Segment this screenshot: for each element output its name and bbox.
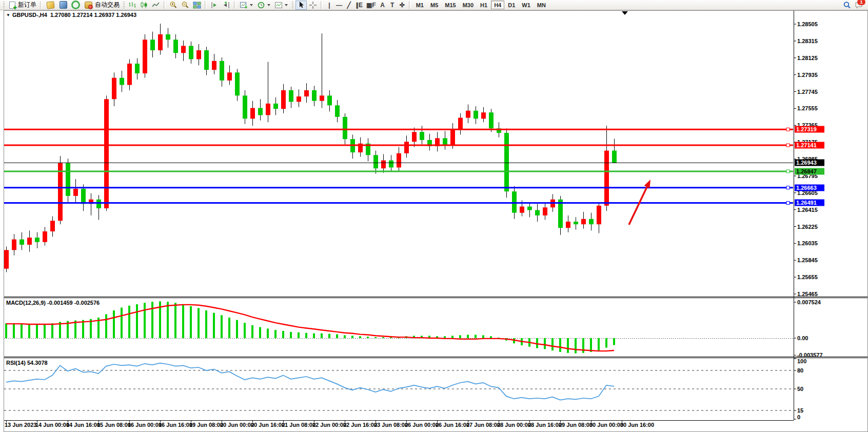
market-watch-button[interactable] <box>57 1 69 10</box>
chart-surface[interactable] <box>4 11 794 420</box>
toolbar-grip[interactable] <box>123 2 125 8</box>
auto-trading-icon <box>85 2 92 9</box>
toolbar-separator <box>40 1 42 9</box>
fibonacci-tool-button[interactable]: ▦F <box>365 1 378 10</box>
toolbar-separator <box>205 1 207 9</box>
chevron-down-icon <box>250 4 253 8</box>
notifications-button[interactable]: 1 <box>853 1 864 10</box>
arrows-tool-button[interactable]: ✜ <box>398 1 407 10</box>
search-icon <box>843 1 851 9</box>
line-chart-icon <box>152 1 160 9</box>
toolbar-separator <box>234 1 236 9</box>
chevron-down-icon <box>285 4 288 8</box>
toolbar-grip[interactable] <box>292 2 293 8</box>
time-axis[interactable] <box>4 420 794 432</box>
trendline-tool-button[interactable]: ╱ <box>344 1 353 10</box>
timeframe-w1-button[interactable]: W1 <box>519 1 534 9</box>
zoom-in-icon <box>169 1 177 9</box>
text-tool-icon: A <box>380 2 385 9</box>
candlestick-chart-icon <box>140 1 148 9</box>
timeframes-group: M1M5M15M30H1H4D1W1MN <box>413 1 549 9</box>
cursor-tool-button[interactable] <box>295 1 307 10</box>
cursor-icon <box>297 1 305 9</box>
charts-bar-icon <box>46 1 54 9</box>
toolbar-separator <box>164 1 166 9</box>
timeframe-mn-button[interactable]: MN <box>534 1 549 9</box>
chart-shift-icon <box>222 1 230 9</box>
market-watch-icon <box>60 1 67 9</box>
auto-trading-button[interactable]: 自动交易 <box>82 1 121 10</box>
timeframe-h4-button[interactable]: H4 <box>491 1 504 9</box>
new-order-icon <box>9 2 15 9</box>
vertical-line-tool-icon: | <box>328 2 330 9</box>
navigator-icon <box>71 1 80 9</box>
chevron-down-icon <box>267 4 270 8</box>
auto-trading-label: 自动交易 <box>95 1 120 9</box>
arrows-tool-icon: ✜ <box>400 2 405 9</box>
zoom-out-button[interactable] <box>180 1 191 10</box>
horizontal-line-tool-button[interactable]: — <box>334 1 344 10</box>
new-order-label: 新订单 <box>18 1 36 9</box>
trendline-tool-icon: ╱ <box>347 2 350 9</box>
price-axis[interactable] <box>794 11 868 420</box>
auto-scroll-icon <box>210 1 219 9</box>
toolbar-grip[interactable] <box>3 2 5 8</box>
chart-shift-button[interactable] <box>221 1 232 10</box>
navigator-button[interactable] <box>70 1 82 10</box>
new-chart-icon <box>240 1 248 9</box>
crosshair-tool-button[interactable] <box>307 1 319 10</box>
chat-bubble-icon: 1 <box>855 1 863 9</box>
bar-chart-icon <box>128 1 136 9</box>
candlestick-chart-type-button[interactable] <box>139 1 150 10</box>
drawing-tools-group: |—╱∥E▦FAT✜ <box>325 1 407 10</box>
bar-chart-type-button[interactable] <box>127 1 138 10</box>
vertical-line-tool-button[interactable]: | <box>325 1 334 10</box>
text-tool-button[interactable]: A <box>378 1 387 10</box>
periods-button[interactable] <box>255 1 272 10</box>
timeframe-m30-button[interactable]: M30 <box>460 1 477 9</box>
line-chart-type-button[interactable] <box>150 1 162 10</box>
timeframe-m15-button[interactable]: M15 <box>442 1 459 9</box>
equidistant-channel-tool-icon: ∥E <box>356 2 363 9</box>
new-order-button[interactable]: 新订单 <box>7 1 38 10</box>
timeframe-d1-button[interactable]: D1 <box>505 1 518 9</box>
tile-windows-button[interactable] <box>191 1 203 10</box>
fibonacci-tool-icon: ▦F <box>366 2 376 9</box>
toolbar: 新订单 自动交易 <box>0 0 868 10</box>
timeframe-m5-button[interactable]: M5 <box>427 1 441 9</box>
zoom-out-icon <box>181 1 189 9</box>
template-chart-icon <box>274 1 283 9</box>
toolbar-separator <box>409 1 411 9</box>
new-chart-button[interactable] <box>238 1 255 10</box>
timeframe-m1-button[interactable]: M1 <box>413 1 427 9</box>
search-button[interactable] <box>841 1 853 10</box>
templates-button[interactable] <box>273 1 290 10</box>
horizontal-line-tool-icon: — <box>336 2 342 9</box>
clock-icon <box>257 1 265 9</box>
equidistant-channel-tool-button[interactable]: ∥E <box>354 1 364 10</box>
text-label-tool-icon: T <box>390 2 394 9</box>
toolbar-separator <box>321 1 323 9</box>
timeframe-h1-button[interactable]: H1 <box>477 1 490 9</box>
auto-scroll-button[interactable] <box>209 1 220 10</box>
charts-bar-button[interactable] <box>44 1 57 10</box>
crosshair-icon <box>309 1 317 9</box>
tile-windows-icon <box>193 1 201 9</box>
notification-badge: 1 <box>857 0 865 5</box>
zoom-in-button[interactable] <box>168 1 179 10</box>
text-label-tool-button[interactable]: T <box>388 1 397 10</box>
